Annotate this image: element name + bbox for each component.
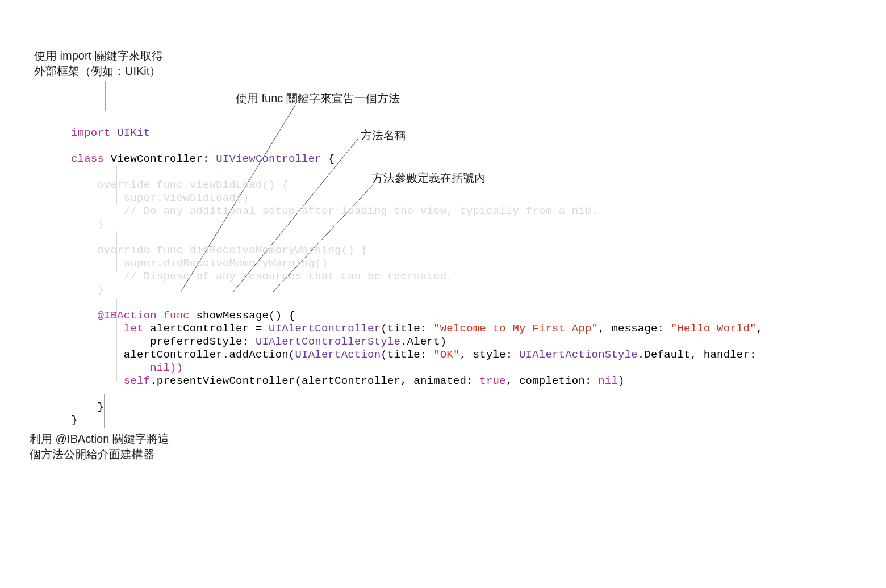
kw-func: func: [163, 309, 189, 322]
faded-comment-1: // Do any additional setup after loading…: [124, 205, 598, 217]
kw-true: true: [479, 375, 505, 387]
faded-didreceive: didReceiveMemoryWarning() {: [190, 244, 367, 257]
brace-close-func: }: [97, 401, 104, 413]
param-prefstyle: preferredStyle:: [150, 335, 249, 348]
param-message: , message:: [598, 322, 664, 335]
faded-comment-2: // Dispose of any resources that can be …: [124, 270, 453, 283]
type-uikit: UIKit: [117, 127, 150, 139]
code-line-comment1: // Do any additional setup after loading…: [71, 205, 598, 217]
code-line-let: let alertController = UIAlertController(…: [71, 322, 763, 335]
dot-default: .Default, handler:: [638, 348, 757, 361]
str-hello: "Hello World": [671, 322, 757, 335]
faded-viewdidload: viewDidLoad() {: [190, 179, 289, 191]
annotation-import-line1: 使用 import 關鍵字來取得: [34, 48, 163, 64]
str-ok: "OK": [433, 348, 459, 361]
kw-class: class: [71, 153, 104, 165]
kw-let: let: [124, 322, 144, 335]
annotation-import: 使用 import 關鍵字來取得 外部框架（例如：UIKit）: [34, 48, 163, 79]
scope-bar-vdl: [116, 166, 117, 205]
faded-override-1: override func: [97, 179, 183, 191]
brace-close-class: }: [71, 414, 78, 426]
code-line-rbrace3: }: [71, 401, 104, 413]
kw-nil-2: nil: [598, 375, 618, 387]
annotation-func: 使用 func 關鍵字來宣告一個方法: [236, 91, 400, 106]
param-title2: (title:: [381, 348, 427, 361]
ident-alertcontroller: alertController =: [150, 322, 262, 335]
call-present: .presentViewController(alertController, …: [150, 375, 473, 387]
close-paren: ): [618, 375, 625, 387]
code-line-override-vdl: override func viewDidLoad() {: [71, 179, 289, 191]
code-line-comment2: // Dispose of any resources that can be …: [71, 270, 453, 283]
dot-alert: .Alert): [400, 335, 446, 348]
code-line-rbrace4: }: [71, 414, 78, 426]
type-uialertaction: UIAlertAction: [295, 348, 381, 361]
code-block: import UIKit class ViewController: UIVie…: [71, 114, 763, 427]
type-uialertactionstyle: UIAlertActionStyle: [519, 348, 638, 361]
code-line-class: class ViewController: UIViewController {: [71, 153, 335, 165]
annotation-import-line2: 外部框架（例如：UIKit）: [34, 64, 163, 79]
kw-ibaction: @IBAction: [97, 309, 156, 322]
faded-rbrace-1: }: [97, 218, 104, 230]
faded-rbrace-2: }: [97, 283, 104, 296]
code-line-present: self.presentViewController(alertControll…: [71, 375, 625, 387]
scope-bar-class: [91, 153, 91, 394]
code-line-addaction: alertController.addAction(UIAlertAction(…: [71, 348, 757, 361]
code-line-super-vdl: super.viewDidLoad(): [71, 192, 249, 204]
faded-super-vdl: super.viewDidLoad(): [124, 192, 249, 204]
param-style: , style:: [460, 348, 513, 361]
code-line-import: import UIKit: [71, 127, 150, 139]
param-title1: (title:: [381, 322, 427, 335]
kw-import: import: [71, 127, 111, 139]
annotation-ibaction-line1: 利用 @IBAction 關鍵字將這: [30, 431, 169, 447]
type-uialertcontroller: UIAlertController: [269, 322, 381, 335]
code-line-override-drm: override func didReceiveMemoryWarning() …: [71, 244, 367, 257]
faded-override-2: override func: [97, 244, 183, 257]
call-addaction: alertController.addAction(: [124, 348, 295, 361]
comma-1: ,: [757, 322, 763, 335]
type-uiviewcontroller: UIViewController: [216, 153, 321, 165]
annotation-ibaction: 利用 @IBAction 關鍵字將這 個方法公開給介面建構器: [30, 431, 169, 462]
ident-showmessage: showMessage() {: [196, 309, 295, 322]
code-line-rbrace1: }: [71, 218, 104, 230]
faded-super-drm: super.didReceiveMemoryWarning(): [124, 257, 328, 270]
scope-bar-drm: [116, 231, 117, 271]
kw-self: self: [124, 375, 150, 387]
annotation-ibaction-line2: 個方法公開給介面建構器: [30, 447, 169, 462]
str-welcome: "Welcome to My First App": [433, 322, 598, 335]
brace-open-class: {: [328, 153, 335, 165]
type-uialertcontrollerstyle: UIAlertControllerStyle: [256, 335, 400, 348]
code-line-super-drm: super.didReceiveMemoryWarning(): [71, 257, 328, 270]
code-line-rbrace2: }: [71, 283, 104, 296]
scope-bar-showmessage: [116, 298, 117, 382]
param-completion: , completion:: [506, 375, 592, 387]
code-line-ibaction: @IBAction func showMessage() {: [71, 309, 295, 322]
code-line-prefstyle: preferredStyle: UIAlertControllerStyle.A…: [71, 335, 446, 348]
ident-viewcontroller: ViewController:: [111, 153, 210, 165]
kw-nil-1: nil)): [150, 362, 183, 374]
code-line-nilclose: nil)): [71, 362, 183, 374]
